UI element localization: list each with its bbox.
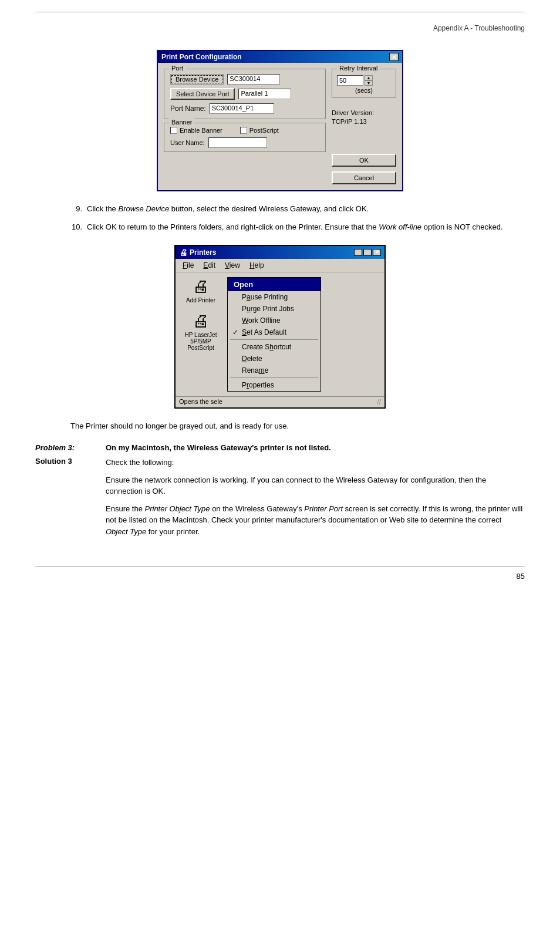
hp-printer-item[interactable]: 🖨 HP LaserJet 5P/5MP PostScript (180, 312, 221, 351)
step-10-text: Click OK to return to the Printers folde… (87, 221, 503, 233)
step-9: 9. Click the Browse Device button, selec… (70, 203, 525, 215)
dialog-right-panel: Retry Interval ▲ ▼ (secs) Driver Version… (332, 69, 396, 184)
retry-interval-group: Retry Interval ▲ ▼ (secs) (332, 69, 396, 98)
context-rename[interactable]: Rename (228, 365, 321, 376)
add-printer-item[interactable]: 🖨 Add Printer (180, 277, 221, 304)
browse-device-italic: Browse Device (118, 204, 169, 213)
printers-title-text: Printers (190, 248, 216, 257)
context-create-shortcut[interactable]: Create Shortcut (228, 341, 321, 353)
retry-control: ▲ ▼ (337, 75, 391, 86)
retry-input[interactable] (337, 75, 363, 86)
solution-3-intro: Check the following: (106, 457, 525, 468)
printers-title-bar: 🖨 Printers _ □ ✕ (176, 246, 384, 259)
ok-cancel-buttons: OK Cancel (332, 154, 396, 184)
add-printer-label: Add Printer (186, 297, 215, 304)
solution-3-para-1: Ensure the network connection is working… (106, 474, 525, 497)
solution-3-row: Solution 3 Check the following: Ensure t… (35, 457, 525, 543)
close-button[interactable]: ✕ (373, 249, 381, 256)
printer-icons-panel: 🖨 Add Printer 🖨 HP LaserJet 5P/5MP PostS… (180, 277, 221, 392)
menu-edit[interactable]: Edit (198, 260, 220, 271)
dialog-title-text: Print Port Configuration (161, 53, 242, 61)
print-port-dialog: Print Port Configuration ✕ Port Browse D… (157, 50, 403, 191)
status-text: Opens the sele (179, 398, 222, 406)
context-properties[interactable]: Properties (228, 379, 321, 391)
work-offline-italic: Work off-line (379, 222, 421, 231)
secs-label: (secs) (337, 87, 391, 94)
printer-port-italic: Printer Port (304, 504, 343, 513)
header-text: Appendix A - Troubleshooting (433, 24, 525, 32)
spin-down-button[interactable]: ▼ (365, 80, 373, 86)
step-9-num: 9. (70, 203, 82, 215)
context-separator-1 (230, 339, 318, 340)
spin-up-button[interactable]: ▲ (365, 75, 373, 80)
dialog-body: Port Browse Device SC300014 Select Devic… (158, 63, 402, 190)
username-input[interactable] (208, 137, 267, 148)
banner-options-row: Enable Banner PostScript (170, 127, 319, 134)
problem-3-row: Problem 3: On my Macintosh, the Wireless… (35, 443, 525, 452)
retry-label: Retry Interval (337, 65, 380, 72)
context-menu-header[interactable]: Open (228, 278, 321, 291)
spinner-buttons: ▲ ▼ (365, 75, 373, 86)
username-row: User Name: (170, 137, 319, 148)
context-work-offline[interactable]: Work Offline (228, 315, 321, 326)
problem-solution-section: Problem 3: On my Macintosh, the Wireless… (35, 443, 525, 543)
port-group: Port Browse Device SC300014 Select Devic… (164, 69, 326, 119)
step-10: 10. Click OK to return to the Printers f… (70, 221, 525, 233)
top-rule (35, 12, 525, 12)
driver-version-label: Driver Version: (332, 109, 374, 116)
postscript-checkbox-item: PostScript (240, 127, 279, 134)
minimize-button[interactable]: _ (354, 249, 362, 256)
dialog-close-button[interactable]: ✕ (389, 53, 399, 61)
dialog-left-panel: Port Browse Device SC300014 Select Devic… (164, 69, 326, 184)
port-name-label: Port Name: (170, 104, 206, 113)
select-device-port-button[interactable]: Select Device Port (170, 88, 235, 100)
add-printer-icon: 🖨 (191, 277, 210, 296)
printers-title-icon: 🖨 (179, 248, 187, 257)
menu-help[interactable]: Help (245, 260, 269, 271)
browse-device-row: Browse Device SC300014 (170, 74, 319, 85)
port-name-value: SC300014_P1 (210, 103, 274, 114)
postscript-checkbox[interactable] (240, 127, 247, 134)
context-menu: Open Pause Printing Purge Print Jobs Wor… (227, 277, 321, 392)
menu-view[interactable]: View (220, 260, 245, 271)
username-label: User Name: (170, 139, 205, 146)
solution-3-label: Solution 3 (35, 457, 106, 543)
context-separator-2 (230, 377, 318, 378)
context-delete[interactable]: Delete (228, 353, 321, 365)
maximize-button[interactable]: □ (363, 249, 372, 256)
printer-object-type-italic: Printer Object Type (145, 504, 210, 513)
hp-printer-icon: 🖨 (191, 312, 210, 331)
banner-group: Banner Enable Banner PostScript User Nam… (164, 123, 326, 152)
port-group-label: Port (169, 65, 185, 72)
menu-file[interactable]: File (178, 260, 198, 271)
enable-banner-checkbox-item: Enable Banner (170, 127, 222, 134)
object-type-italic: Object Type (106, 527, 146, 536)
banner-group-label: Banner (169, 119, 194, 126)
page-header: Appendix A - Troubleshooting (35, 24, 525, 32)
cancel-button[interactable]: Cancel (332, 171, 396, 184)
problem-3-label: Problem 3: (35, 443, 106, 452)
enable-banner-checkbox[interactable] (170, 127, 177, 134)
solution-3-para-2: Ensure the Printer Object Type on the Wi… (106, 503, 525, 538)
hp-printer-label: HP LaserJet 5P/5MP PostScript (185, 332, 217, 351)
enable-banner-label: Enable Banner (180, 127, 222, 134)
page-number: 85 (517, 572, 525, 581)
printers-statusbar: Opens the sele // (176, 396, 384, 407)
context-purge-print-jobs[interactable]: Purge Print Jobs (228, 303, 321, 315)
printers-menu-bar: File Edit View Help (176, 259, 384, 272)
driver-version-value: TCP/IP 1.13 (332, 118, 367, 125)
dialog-title-bar: Print Port Configuration ✕ (158, 51, 402, 63)
printers-title-left: 🖨 Printers (179, 248, 216, 257)
checkmark-icon: ✓ (232, 328, 238, 336)
resize-handle: // (377, 398, 381, 406)
device-value: SC300014 (227, 74, 280, 85)
page-footer: 85 (35, 567, 525, 581)
context-pause-printing[interactable]: Pause Printing (228, 291, 321, 303)
port-name-row: Port Name: SC300014_P1 (170, 103, 319, 114)
browse-device-button[interactable]: Browse Device (170, 74, 224, 85)
printers-window: 🖨 Printers _ □ ✕ File Edit View Help 🖨 A… (174, 245, 386, 409)
solution-3-body: Check the following: Ensure the network … (106, 457, 525, 543)
select-device-port-row: Select Device Port Parallel 1 (170, 88, 319, 100)
ok-button[interactable]: OK (332, 154, 396, 167)
context-set-as-default[interactable]: ✓ Set As Default (228, 326, 321, 338)
